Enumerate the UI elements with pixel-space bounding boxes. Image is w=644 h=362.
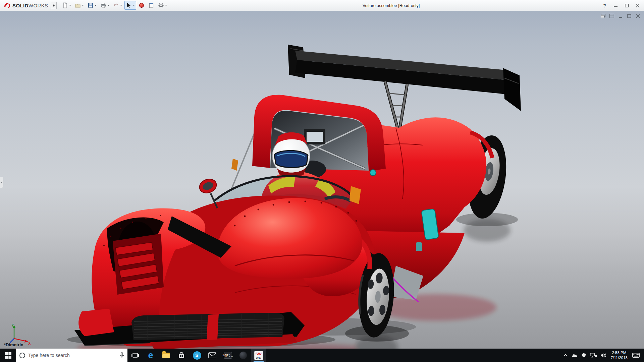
new-document-button[interactable]	[61, 1, 72, 10]
keyboard-icon	[632, 353, 640, 358]
taskbar-clock[interactable]: 2:58 PM 7/11/2018	[608, 349, 630, 362]
solidworks-2017-icon: SW 2017	[254, 351, 263, 360]
console-icon: &gt;_	[224, 352, 232, 359]
doc-minimize-icon[interactable]	[617, 13, 624, 19]
chevron-up-icon	[564, 354, 568, 357]
radiator-grille[interactable]	[131, 313, 284, 340]
task-view-icon	[131, 352, 139, 358]
print-button[interactable]	[99, 1, 111, 10]
taskbar-app-mail[interactable]	[205, 349, 220, 362]
windows-taskbar: e S &gt;_	[0, 349, 644, 362]
store-bag-icon	[178, 351, 185, 359]
window-title: Voiture assemblee [Read-only]	[363, 0, 420, 11]
dropdown-caret[interactable]	[165, 5, 167, 6]
design-library-icon	[148, 2, 154, 8]
new-document-icon	[62, 2, 68, 8]
save-floppy-icon	[88, 2, 94, 8]
dropdown-caret[interactable]	[95, 5, 97, 6]
clock-date: 7/11/2018	[611, 355, 628, 360]
quick-access-toolbar	[61, 1, 168, 10]
select-cursor-icon	[126, 2, 132, 8]
start-button[interactable]	[0, 349, 16, 362]
doc-new-window-icon[interactable]	[608, 13, 615, 19]
dropdown-caret[interactable]	[133, 5, 135, 6]
touch-keyboard-button[interactable]	[630, 349, 642, 362]
triad-x-label: X	[28, 341, 31, 345]
hidden-icons-button[interactable]	[561, 349, 570, 362]
driver-helmet[interactable]	[272, 132, 310, 177]
doc-close-icon[interactable]	[635, 13, 641, 19]
taskbar-app-solidworks[interactable]: SW 2017	[251, 349, 266, 362]
featuremanager-collapsed-tab[interactable]	[0, 177, 3, 188]
options-button[interactable]	[157, 1, 168, 10]
dassault-systemes-logo	[3, 2, 11, 9]
race-car-model[interactable]	[0, 11, 644, 362]
cloud-icon	[572, 353, 578, 357]
network-icon	[590, 353, 597, 358]
help-button[interactable]: ?	[599, 0, 610, 11]
maximize-button[interactable]	[621, 0, 632, 11]
defender-button[interactable]	[580, 349, 588, 362]
taskbar-app-file-explorer[interactable]	[158, 349, 174, 362]
dropdown-caret[interactable]	[82, 5, 84, 6]
undo-arrow-icon	[113, 2, 119, 8]
close-button[interactable]	[632, 0, 643, 11]
window-controls: ?	[599, 0, 643, 11]
dark-disc-app-icon	[239, 351, 247, 359]
dropdown-caret[interactable]	[69, 5, 71, 6]
print-icon	[100, 2, 106, 8]
taskbar-app-generic[interactable]	[235, 349, 251, 362]
task-view-button[interactable]	[127, 349, 143, 362]
triad-y-label: Y	[11, 323, 14, 327]
design-library-button[interactable]	[147, 1, 156, 10]
edge-icon: e	[148, 351, 153, 360]
document-window-controls	[600, 13, 641, 19]
app-wordmark: SOLIDWORKS	[12, 3, 48, 8]
show-desktop-strip[interactable]	[642, 349, 644, 362]
dropdown-caret[interactable]	[107, 5, 109, 6]
clock-time: 2:58 PM	[612, 350, 626, 355]
mail-envelope-icon	[208, 352, 216, 358]
wing-struts[interactable]	[385, 81, 407, 129]
speaker-icon	[601, 353, 606, 358]
taskbar-app-store[interactable]	[174, 349, 189, 362]
cortana-icon[interactable]	[19, 353, 25, 358]
titlebar: SOLIDWORKS	[0, 0, 644, 11]
side-mirror[interactable]	[198, 177, 219, 208]
menu-flyout-arrow[interactable]	[51, 2, 57, 9]
volume-button[interactable]	[599, 349, 608, 362]
windows-logo-icon	[5, 352, 11, 359]
microphone-icon[interactable]	[120, 352, 124, 359]
skype-icon: S	[193, 351, 201, 360]
appearance-button[interactable]	[137, 1, 146, 10]
app-brand: SOLIDWORKS	[0, 0, 51, 11]
taskbar-app-skype[interactable]: S	[189, 349, 205, 362]
rear-view-mirror[interactable]	[304, 129, 325, 144]
shield-icon	[582, 353, 586, 358]
open-folder-icon	[75, 2, 81, 8]
taskbar-app-edge[interactable]: e	[143, 349, 158, 362]
undo-button[interactable]	[112, 1, 123, 10]
save-button[interactable]	[86, 1, 98, 10]
minimize-button[interactable]	[610, 0, 621, 11]
gear-icon	[158, 2, 164, 8]
appearance-sphere-icon	[139, 2, 145, 8]
search-input[interactable]	[28, 353, 117, 358]
taskbar-search[interactable]	[16, 349, 127, 362]
network-button[interactable]	[588, 349, 599, 362]
solidworks-window: Y X *Dimetric SOLIDWORKS	[0, 0, 644, 362]
taskbar-app-console[interactable]: &gt;_	[220, 349, 235, 362]
view-orientation-label: *Dimetric	[4, 342, 23, 347]
orientation-triad: Y X	[7, 322, 32, 345]
onedrive-button[interactable]	[570, 349, 580, 362]
doc-maximize-icon[interactable]	[626, 13, 633, 19]
select-button[interactable]	[124, 1, 136, 10]
dropdown-caret[interactable]	[120, 5, 122, 6]
doc-restore-icon[interactable]	[600, 13, 606, 19]
graphics-area[interactable]: Y X *Dimetric	[0, 11, 644, 349]
file-explorer-icon	[162, 353, 170, 358]
system-tray: 2:58 PM 7/11/2018	[561, 349, 644, 362]
open-button[interactable]	[73, 1, 85, 10]
